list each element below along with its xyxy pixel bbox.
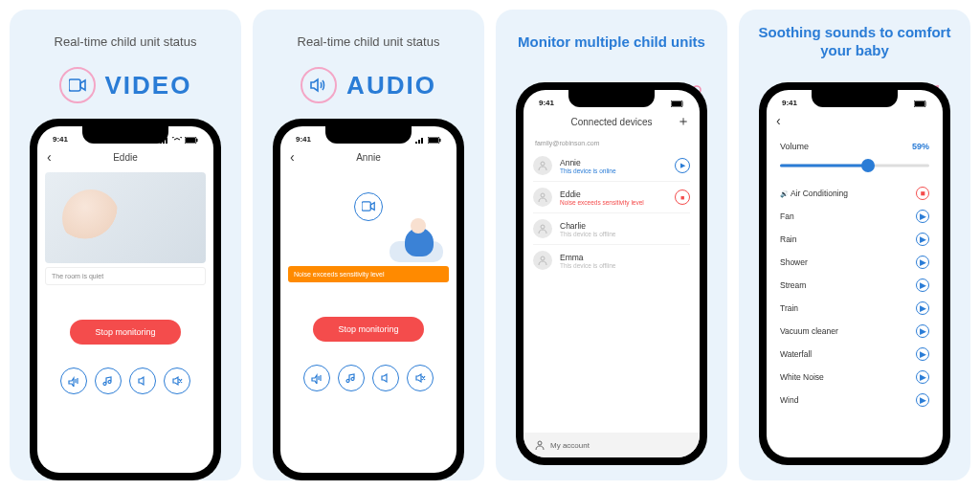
play-icon[interactable]: ▶ <box>916 233 929 246</box>
device-status: This device is online <box>560 167 667 174</box>
play-icon[interactable]: ▶ <box>916 393 929 407</box>
mute-icon[interactable] <box>164 368 190 394</box>
slider-thumb[interactable] <box>861 159 875 172</box>
device-status: This device is offline <box>560 262 690 269</box>
volume-row: Volume 59% <box>767 132 943 153</box>
talk-icon[interactable] <box>303 365 330 391</box>
my-account-button[interactable]: My account <box>523 433 700 457</box>
video-feed[interactable] <box>45 172 206 263</box>
svg-rect-8 <box>418 140 420 144</box>
badge-text: AUDIO <box>346 71 436 100</box>
play-icon[interactable]: ▶ <box>916 256 929 269</box>
sound-name: Fan <box>780 212 794 221</box>
phone-screen: 9:41 ‹ Volume 59% Air Conditioning■Fan▶R… <box>767 90 943 457</box>
panel-heading: Monitor multiple child units <box>518 23 705 61</box>
device-row[interactable]: EmmaThis device is offline <box>533 245 690 276</box>
device-row[interactable]: AnnieThis device is online▶ <box>533 150 690 182</box>
status-indicators <box>671 100 684 107</box>
badge-text: VIDEO <box>105 71 192 100</box>
device-row[interactable]: CharlieThis device is offline <box>533 213 690 245</box>
status-time: 9:41 <box>539 99 554 107</box>
account-label: My account <box>550 441 590 450</box>
volume-slider[interactable] <box>780 159 929 172</box>
back-icon[interactable]: ‹ <box>776 113 781 128</box>
sound-row[interactable]: Waterfall▶ <box>780 343 929 366</box>
play-icon[interactable]: ▶ <box>916 301 929 315</box>
room-status: The room is quiet <box>45 267 206 285</box>
phone-frame: 9:41 Connected devices ＋ family@robinson… <box>516 82 707 465</box>
sound-name: Waterfall <box>780 349 812 359</box>
sound-name: Rain <box>780 234 796 244</box>
status-time: 9:41 <box>296 135 311 144</box>
play-icon[interactable]: ▶ <box>916 347 929 361</box>
sound-row[interactable]: Wind▶ <box>780 389 929 412</box>
sound-list: Air Conditioning■Fan▶Rain▶Shower▶Stream▶… <box>767 182 943 412</box>
svg-rect-12 <box>439 139 441 142</box>
svg-rect-11 <box>429 138 438 143</box>
avatar-icon <box>533 219 552 238</box>
promo-panel-audio: Real-time child unit status AUDIO 9:41 ‹… <box>253 10 484 480</box>
battery-icon <box>671 100 684 107</box>
svg-point-20 <box>541 193 545 197</box>
sound-name: Air Conditioning <box>780 189 848 198</box>
stop-monitoring-button[interactable]: Stop monitoring <box>70 320 180 345</box>
stop-icon[interactable]: ■ <box>916 187 929 200</box>
sound-row[interactable]: Stream▶ <box>780 274 929 297</box>
svg-point-22 <box>541 256 545 260</box>
speaker-icon[interactable] <box>129 368 156 394</box>
phone-screen: 9:41 Connected devices ＋ family@robinson… <box>523 90 700 457</box>
phone-frame: 9:41 ‹ Volume 59% Air Conditioning■Fan▶R… <box>759 82 950 465</box>
stop-icon[interactable]: ■ <box>675 189 690 205</box>
volume-label: Volume <box>780 142 809 151</box>
mute-icon[interactable] <box>407 365 434 391</box>
child-illustration <box>390 220 443 262</box>
wifi-icon <box>172 137 182 144</box>
control-row <box>280 365 457 391</box>
play-icon[interactable]: ▶ <box>916 370 929 384</box>
video-badge: VIDEO <box>59 67 192 103</box>
sound-row[interactable]: Vacuum cleaner▶ <box>780 320 929 343</box>
sound-row[interactable]: Fan▶ <box>780 205 929 228</box>
screen-title: Eddie <box>37 152 213 163</box>
camera-icon <box>59 67 96 103</box>
sound-name: Wind <box>780 395 798 405</box>
sound-row[interactable]: White Noise▶ <box>780 366 929 389</box>
volume-value: 59% <box>912 142 929 151</box>
play-icon[interactable]: ▶ <box>916 278 929 292</box>
battery-icon <box>428 137 441 144</box>
music-icon[interactable] <box>338 365 365 391</box>
stop-monitoring-button[interactable]: Stop monitoring <box>313 317 423 342</box>
speaker-icon[interactable] <box>372 365 399 391</box>
sound-name: White Noise <box>780 372 824 382</box>
svg-rect-0 <box>69 79 80 91</box>
device-row[interactable]: EddieNoise exceeds sensitivity level■ <box>533 182 690 213</box>
sound-row[interactable]: Train▶ <box>780 297 929 320</box>
person-icon <box>535 440 545 450</box>
control-row <box>37 368 213 394</box>
phone-frame: 9:41 ‹ Eddie The room is quiet Stop moni… <box>30 119 221 480</box>
device-name: Charlie <box>560 221 690 231</box>
device-name: Annie <box>560 158 667 167</box>
play-icon[interactable]: ▶ <box>675 158 690 173</box>
sound-row[interactable]: Shower▶ <box>780 251 929 274</box>
svg-rect-6 <box>196 139 198 142</box>
slider-fill <box>780 165 868 167</box>
device-info: EddieNoise exceeds sensitivity level <box>560 189 667 206</box>
svg-rect-13 <box>362 202 370 211</box>
play-icon[interactable]: ▶ <box>916 324 929 338</box>
video-toggle-icon[interactable] <box>354 192 383 221</box>
sound-row[interactable]: Air Conditioning■ <box>780 182 929 205</box>
promo-panel-video: Real-time child unit status VIDEO 9:41 ‹… <box>10 10 241 480</box>
svg-rect-18 <box>672 101 681 106</box>
device-info: EmmaThis device is offline <box>560 253 690 269</box>
status-time: 9:41 <box>782 99 797 107</box>
status-indicators <box>914 100 927 107</box>
svg-rect-7 <box>415 142 417 144</box>
sound-row[interactable]: Rain▶ <box>780 228 929 251</box>
music-icon[interactable] <box>95 368 122 394</box>
phone-notch <box>812 90 898 107</box>
talk-icon[interactable] <box>60 368 87 394</box>
status-time: 9:41 <box>53 135 68 144</box>
play-icon[interactable]: ▶ <box>916 210 929 223</box>
svg-rect-9 <box>421 138 423 144</box>
